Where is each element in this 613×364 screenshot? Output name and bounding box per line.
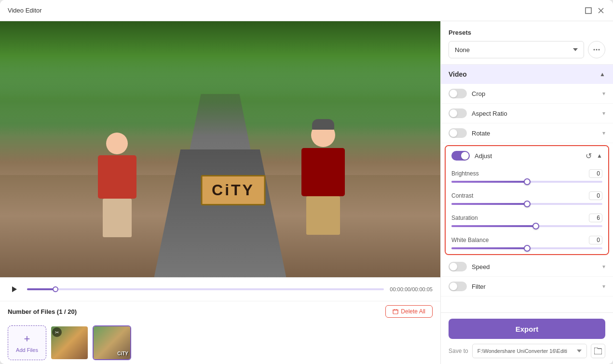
window-title: Video Editor [8, 7, 42, 14]
brightness-fill [451, 181, 527, 183]
brightness-value[interactable]: 0 [589, 169, 602, 178]
export-button[interactable]: Export [449, 319, 605, 339]
add-files-label: Add Files [16, 347, 38, 353]
crop-row[interactable]: Crop ▾ [441, 84, 613, 104]
add-files-button[interactable]: + Add Files [8, 325, 46, 360]
file-bar: Number of Files (1 / 20) Delete All [0, 301, 440, 322]
presets-more-button[interactable] [588, 41, 605, 58]
contrast-value[interactable]: 0 [589, 191, 602, 200]
saturation-value[interactable]: 6 [589, 214, 602, 222]
save-path-text: F:\Wondershare UniConverter 16\Editi [477, 348, 567, 354]
speed-toggle-knob [450, 263, 457, 270]
crop-chevron-icon: ▾ [602, 90, 605, 97]
folder-button[interactable] [591, 344, 605, 358]
content-area: CiTY 00:00:00/00:00:05 Number of Files (… [0, 21, 613, 364]
speed-row[interactable]: Speed ▾ [441, 257, 613, 277]
aspect-ratio-toggle[interactable] [449, 108, 467, 118]
brightness-track[interactable] [451, 181, 602, 183]
time-display: 00:00:00/00:00:05 [390, 286, 433, 292]
thumbnail-2[interactable]: CiTY [93, 325, 131, 360]
delete-all-label: Delete All [401, 308, 425, 315]
rotate-row[interactable]: Rotate ▾ [441, 123, 613, 143]
adjust-section: Adjust ↺ ▲ Brightness 0 [445, 145, 609, 255]
video-preview: CiTY [0, 21, 440, 277]
brightness-label-row: Brightness 0 [451, 169, 602, 178]
save-to-row: Save to F:\Wondershare UniConverter 16\E… [449, 344, 605, 358]
delete-all-button[interactable]: Delete All [385, 305, 433, 318]
adjust-header[interactable]: Adjust ↺ ▲ [446, 146, 608, 165]
thumb-city-text: CiTY [117, 351, 128, 356]
svg-point-8 [594, 49, 595, 51]
contrast-thumb [524, 201, 531, 207]
white-balance-track[interactable] [451, 247, 602, 249]
plus-icon: + [24, 333, 30, 345]
filter-toggle[interactable] [449, 282, 467, 291]
file-count-label: Number of Files (1 / 20) [8, 308, 77, 315]
aspect-ratio-toggle-knob [450, 109, 457, 117]
filter-toggle-knob [450, 283, 457, 290]
rotate-label: Rotate [472, 130, 598, 137]
trees-top [0, 21, 440, 136]
maximize-button[interactable] [584, 6, 593, 15]
contrast-fill [451, 203, 527, 205]
title-bar: Video Editor [0, 0, 613, 21]
saturation-track[interactable] [451, 225, 602, 227]
presets-section: Presets None Preset 1 [441, 21, 613, 65]
adjust-toggle-knob [461, 152, 469, 160]
svg-rect-0 [586, 8, 591, 13]
thumbnails-bar: + Add Files ✂ CiTY [0, 322, 440, 364]
svg-point-9 [596, 49, 598, 51]
progress-track[interactable] [27, 288, 384, 290]
aspect-ratio-row[interactable]: Aspect Ratio ▾ [441, 104, 613, 123]
white-balance-label: White Balance [451, 237, 489, 243]
play-button[interactable] [8, 283, 21, 296]
export-section: Export Save to F:\Wondershare UniConvert… [441, 312, 613, 364]
saturation-fill [451, 225, 536, 227]
svg-marker-11 [577, 350, 582, 352]
trash-icon [393, 309, 398, 314]
saturation-row: Saturation 6 [446, 210, 608, 232]
presets-select[interactable]: None Preset 1 [449, 41, 584, 58]
video-section-title: Video [449, 70, 597, 78]
rotate-chevron-icon: ▾ [602, 130, 605, 136]
speed-toggle[interactable] [449, 262, 467, 271]
scrollable-options[interactable]: Video ▲ Crop ▾ Aspect Ratio [441, 65, 613, 312]
adjust-title: Adjust [475, 152, 581, 160]
saturation-label: Saturation [451, 215, 478, 221]
adjust-toggle[interactable] [451, 151, 470, 161]
window-controls [584, 6, 605, 15]
saturation-label-row: Saturation 6 [451, 214, 602, 222]
save-to-label: Save to [449, 348, 468, 354]
white-balance-value[interactable]: 0 [589, 236, 602, 244]
right-panel: Presets None Preset 1 [440, 21, 613, 364]
crop-toggle[interactable] [449, 89, 467, 98]
person-right [294, 123, 352, 239]
svg-rect-4 [393, 310, 398, 314]
brightness-label: Brightness [451, 170, 479, 177]
video-chevron-up-icon: ▲ [599, 71, 605, 78]
svg-marker-3 [12, 286, 17, 292]
progress-thumb [53, 286, 58, 292]
crop-label: Crop [472, 90, 598, 97]
reset-icon[interactable]: ↺ [586, 151, 592, 161]
rotate-toggle[interactable] [449, 128, 467, 138]
save-to-path[interactable]: F:\Wondershare UniConverter 16\Editi [472, 344, 587, 358]
thumbnail-1[interactable]: ✂ [50, 325, 89, 360]
filter-row[interactable]: Filter ▾ [441, 277, 613, 297]
contrast-track[interactable] [451, 203, 602, 205]
playback-bar: 00:00:00/00:00:05 [0, 277, 440, 301]
saturation-thumb [532, 223, 539, 229]
aspect-ratio-chevron-icon: ▾ [602, 110, 605, 117]
speed-label: Speed [472, 263, 598, 270]
rotate-toggle-knob [450, 129, 457, 137]
white-balance-row: White Balance 0 [446, 232, 608, 254]
white-balance-label-row: White Balance 0 [451, 236, 602, 244]
city-sign: CiTY [201, 175, 266, 205]
speed-chevron-icon: ▾ [602, 263, 605, 270]
video-section-header[interactable]: Video ▲ [441, 65, 613, 84]
close-button[interactable] [597, 6, 605, 15]
white-balance-fill [451, 247, 527, 249]
folder-icon [594, 348, 602, 354]
scissors-icon: ✂ [52, 327, 62, 337]
filter-chevron-icon: ▾ [602, 283, 605, 290]
